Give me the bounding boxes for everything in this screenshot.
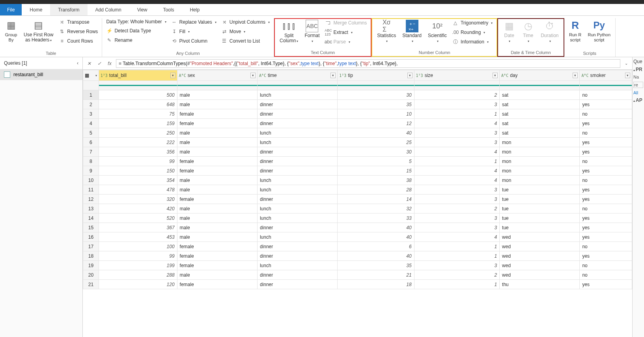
cell[interactable]: 15 <box>338 166 414 176</box>
cell[interactable]: 3 <box>414 138 500 147</box>
cell[interactable]: male <box>177 100 257 109</box>
row-header[interactable]: 3 <box>83 109 99 119</box>
cell[interactable]: yes <box>580 223 632 232</box>
transpose-button[interactable]: ⤭Transpose <box>57 18 99 26</box>
table-row[interactable]: 7356maledinner304monyes <box>83 147 632 157</box>
cell[interactable]: thu <box>500 280 580 289</box>
cell[interactable]: no <box>580 270 632 280</box>
formula-input[interactable]: = Table.TransformColumnTypes(#"Promoted … <box>116 59 620 68</box>
cell[interactable]: 520 <box>99 213 177 223</box>
column-header-sex[interactable]: AᴮCsex▾ <box>177 70 257 81</box>
table-row[interactable]: 1500malelunch302satno <box>83 90 632 100</box>
cell[interactable]: lunch <box>257 176 337 185</box>
cell[interactable]: 21 <box>338 270 414 280</box>
cell[interactable]: mon <box>500 176 580 185</box>
cell[interactable]: 75 <box>99 109 177 119</box>
cell[interactable]: wed <box>500 232 580 242</box>
cell[interactable]: dinner <box>257 109 337 119</box>
cell[interactable]: yes <box>580 119 632 128</box>
table-row[interactable]: 6222malelunch253monyes <box>83 138 632 147</box>
row-header[interactable]: 19 <box>83 261 99 270</box>
column-header-tip[interactable]: 1²3tip▾ <box>338 70 414 81</box>
cell[interactable]: tue <box>500 204 580 213</box>
move-button[interactable]: ⇄Move▾ <box>220 28 271 36</box>
cell[interactable]: yes <box>580 166 632 176</box>
cell[interactable]: female <box>177 109 257 119</box>
cell[interactable]: 4 <box>414 119 500 128</box>
cell[interactable]: 320 <box>99 195 177 204</box>
cell[interactable]: 354 <box>99 176 177 185</box>
run-r-script-button[interactable]: R Run R script <box>567 18 584 43</box>
table-row[interactable]: 20288maledinner212wedno <box>83 270 632 280</box>
cell[interactable]: 40 <box>338 251 414 261</box>
rename-button[interactable]: ✎Rename <box>105 36 168 44</box>
cell[interactable]: male <box>177 176 257 185</box>
cell[interactable]: mon <box>500 166 580 176</box>
cell[interactable]: no <box>580 261 632 270</box>
row-header[interactable]: 15 <box>83 223 99 232</box>
cell[interactable]: 3 <box>414 223 500 232</box>
table-row[interactable]: 5250malelunch403satno <box>83 128 632 138</box>
cell[interactable]: female <box>177 242 257 251</box>
statistics-button[interactable]: ΧσΣ Statistics▾ <box>375 19 398 45</box>
table-row[interactable]: 21120femaledinner181thuyes <box>83 280 632 289</box>
rounding-button[interactable]: .00Rounding▾ <box>451 28 494 36</box>
cell[interactable]: 3 <box>414 195 500 204</box>
cell[interactable]: no <box>580 204 632 213</box>
cell[interactable]: 30 <box>338 90 414 100</box>
cell[interactable]: 4 <box>414 166 500 176</box>
cell[interactable]: female <box>177 251 257 261</box>
cell[interactable]: wed <box>500 242 580 251</box>
row-header[interactable]: 11 <box>83 185 99 195</box>
row-header[interactable]: 4 <box>83 119 99 128</box>
cell[interactable]: sat <box>500 90 580 100</box>
cell[interactable]: 1 <box>414 280 500 289</box>
cell[interactable]: 1 <box>414 109 500 119</box>
cell[interactable]: 6 <box>338 242 414 251</box>
row-header[interactable]: 16 <box>83 232 99 242</box>
cell[interactable]: female <box>177 119 257 128</box>
cell[interactable]: yes <box>580 280 632 289</box>
cell[interactable]: dinner <box>257 166 337 176</box>
cell[interactable]: male <box>177 128 257 138</box>
cell[interactable]: tue <box>500 195 580 204</box>
convert-to-list-button[interactable]: ☰Convert to List <box>220 37 271 45</box>
duration-button[interactable]: ⏱ Duration▾ <box>538 19 561 45</box>
row-header[interactable]: 7 <box>83 147 99 157</box>
cell[interactable]: lunch <box>257 232 337 242</box>
cell[interactable]: 3 <box>414 128 500 138</box>
cell[interactable]: mon <box>500 147 580 157</box>
cell[interactable]: 356 <box>99 147 177 157</box>
cell[interactable]: wed <box>500 251 580 261</box>
fill-button[interactable]: ↧Fill▾ <box>170 28 218 36</box>
cell[interactable]: yes <box>580 185 632 195</box>
table-row[interactable]: 899femaledinner51monno <box>83 157 632 166</box>
cell[interactable]: 5 <box>338 157 414 166</box>
table-row[interactable]: 9150femaledinner154monyes <box>83 166 632 176</box>
cell[interactable]: 478 <box>99 185 177 195</box>
cell[interactable]: 99 <box>99 251 177 261</box>
table-row[interactable]: 14520malelunch333tueyes <box>83 213 632 223</box>
cell[interactable]: 4 <box>414 176 500 185</box>
cell[interactable]: dinner <box>257 119 337 128</box>
cell[interactable]: 100 <box>99 242 177 251</box>
column-header-smoker[interactable]: AᴮCsmoker▾ <box>580 70 632 81</box>
cell[interactable]: 35 <box>338 100 414 109</box>
table-row[interactable]: 1899femaledinner401wedyes <box>83 251 632 261</box>
cell[interactable]: male <box>177 147 257 157</box>
cancel-formula-icon[interactable]: ✕ <box>85 61 93 66</box>
cell[interactable]: 288 <box>99 270 177 280</box>
cell[interactable]: male <box>177 204 257 213</box>
cell[interactable]: 500 <box>99 90 177 100</box>
cell[interactable]: yes <box>580 100 632 109</box>
table-row[interactable]: 4159femaledinner124satyes <box>83 119 632 128</box>
reverse-rows-button[interactable]: ⇅Reverse Rows <box>57 28 99 36</box>
cell[interactable]: 420 <box>99 204 177 213</box>
cell[interactable]: 14 <box>338 195 414 204</box>
cell[interactable]: 40 <box>338 232 414 242</box>
column-header-size[interactable]: 1²3size▾ <box>414 70 500 81</box>
tab-tools[interactable]: Tools <box>155 4 182 15</box>
cell[interactable]: 150 <box>99 166 177 176</box>
cell[interactable]: yes <box>580 232 632 242</box>
row-header[interactable]: 10 <box>83 176 99 185</box>
